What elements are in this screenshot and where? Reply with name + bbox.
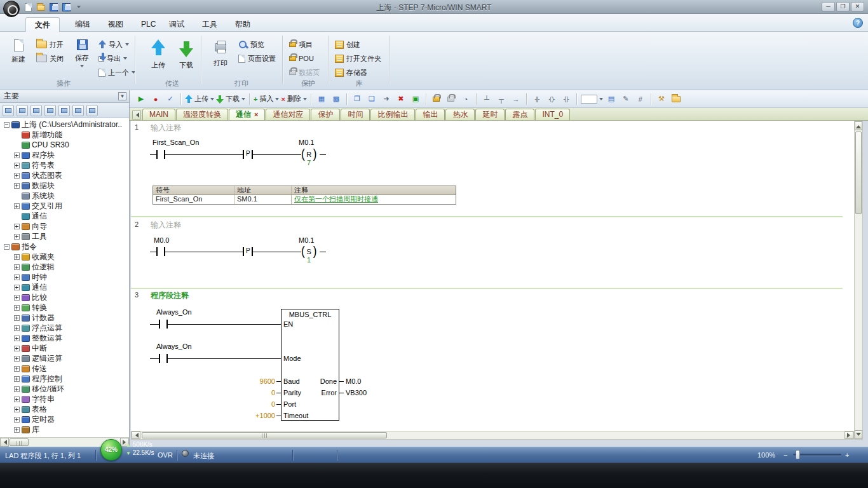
tree-item-logic-ops[interactable]: 逻辑运算: [0, 353, 129, 363]
tree-item-move[interactable]: 传送: [0, 363, 129, 374]
window-tile-icon[interactable]: ❏: [365, 93, 378, 105]
print-button[interactable]: 打印: [206, 36, 235, 78]
contact-symbol[interactable]: [156, 150, 158, 159]
expander-icon[interactable]: [14, 254, 20, 260]
input-value-port[interactable]: 0: [247, 400, 275, 408]
branch-up-icon[interactable]: ┴: [480, 93, 493, 105]
tree-item-project[interactable]: 上海 (C:\Users\Administrator..: [0, 119, 129, 130]
expander-icon[interactable]: [14, 152, 20, 158]
scroll-right-icon[interactable]: [844, 431, 853, 439]
output-operand-done[interactable]: M0.0: [346, 377, 361, 385]
symbol-info-icon[interactable]: #: [634, 93, 647, 105]
scrollbar-thumb[interactable]: [855, 132, 862, 214]
doc-tab-ratio-output[interactable]: 比例输出: [370, 109, 415, 120]
expander-icon[interactable]: [14, 356, 20, 362]
expander-icon[interactable]: [14, 407, 20, 412]
tree-item-instructions[interactable]: 指令: [0, 241, 129, 252]
new-button[interactable]: 新建: [4, 36, 33, 78]
doc-tab-temp-humidity[interactable]: 温湿度转换: [176, 109, 228, 120]
download-button[interactable]: 下载: [172, 36, 201, 78]
preview-button[interactable]: 预览: [236, 38, 266, 51]
delete-button[interactable]: ×删除: [281, 93, 306, 105]
tree-item-system-block[interactable]: 系统块: [0, 191, 129, 201]
table-icon[interactable]: ▤: [605, 93, 618, 105]
options-hammer-icon[interactable]: ⚒: [655, 93, 668, 105]
scroll-down-icon[interactable]: [855, 430, 862, 439]
zoom-in-icon[interactable]: +: [845, 451, 849, 459]
tree-item-counters[interactable]: 计数器: [0, 313, 129, 323]
pin-icon[interactable]: ▾: [118, 92, 126, 100]
expander-icon[interactable]: [14, 386, 20, 392]
expander-icon[interactable]: [14, 173, 20, 179]
contact-operand[interactable]: M0.0: [154, 236, 169, 244]
expander-icon[interactable]: [4, 244, 10, 250]
help-icon[interactable]: ?: [853, 18, 863, 28]
contact-operand[interactable]: Always_On: [156, 342, 192, 350]
previous-button[interactable]: 上一个: [97, 66, 137, 79]
tree-item-program-control[interactable]: 程序控制: [0, 374, 129, 384]
scrollbar-thumb[interactable]: [10, 438, 29, 446]
tree-item-communication[interactable]: 通信: [0, 211, 129, 221]
window-cascade-icon[interactable]: ❐: [351, 93, 363, 105]
tree-item-tools[interactable]: 工具: [0, 231, 129, 241]
doc-tab-protect[interactable]: 保护: [311, 109, 340, 120]
nav-system-icon[interactable]: [58, 105, 70, 116]
contact-symbol[interactable]: [159, 320, 160, 329]
expander-icon[interactable]: [14, 305, 20, 311]
tree-item-status-chart[interactable]: 状态图表: [0, 170, 129, 180]
protect-datapage-button[interactable]: 数据页: [287, 66, 322, 79]
browse-folder-icon[interactable]: [670, 93, 682, 105]
expander-icon[interactable]: [14, 295, 20, 301]
library-create-button[interactable]: 创建: [333, 38, 362, 51]
expander-icon[interactable]: [14, 203, 20, 209]
expander-icon[interactable]: [14, 163, 20, 168]
restore-button[interactable]: ❐: [836, 2, 850, 11]
tab-edit[interactable]: 编辑: [66, 17, 99, 32]
expander-icon[interactable]: [14, 336, 20, 341]
clock-icon[interactable]: ◔: [459, 93, 472, 105]
coil-count[interactable]: 1: [307, 256, 311, 264]
tree-item-shift-rotate[interactable]: 移位/循环: [0, 384, 129, 394]
nav-comm-icon[interactable]: [86, 105, 98, 116]
tab-debug[interactable]: 调试: [160, 17, 193, 32]
scroll-left-icon[interactable]: [0, 438, 9, 447]
p-contact-letter[interactable]: P: [245, 247, 251, 254]
doc-tab-output[interactable]: 输出: [416, 109, 445, 120]
p-contact-symbol[interactable]: [243, 247, 244, 256]
doc-tab-communication[interactable]: 通信×: [229, 109, 265, 120]
line-right-icon[interactable]: →: [510, 93, 522, 105]
input-value-parity[interactable]: 0: [247, 389, 275, 396]
tree-item-string[interactable]: 字符串: [0, 394, 129, 404]
tree-item-timers[interactable]: 定时器: [0, 414, 129, 424]
tree-item-integer-math[interactable]: 整数运算: [0, 333, 129, 343]
tree-item-wizard[interactable]: 向导: [0, 221, 129, 231]
app-logo-icon[interactable]: [3, 1, 20, 17]
download-toolbar-button[interactable]: 下载: [216, 93, 245, 105]
lock-icon[interactable]: [430, 93, 443, 105]
zoom-out-icon[interactable]: −: [783, 451, 787, 459]
tree-item-data-block[interactable]: 数据块: [0, 180, 129, 191]
tab-view[interactable]: 视图: [99, 17, 132, 32]
tree-item-program-block[interactable]: 程序块: [0, 150, 129, 160]
tree-item-cross-reference[interactable]: 交叉引用: [0, 201, 129, 211]
nav-data-icon[interactable]: [44, 105, 56, 116]
zoom-slider-thumb[interactable]: [796, 450, 800, 459]
contact-symbol[interactable]: [156, 247, 158, 256]
nav-status-icon[interactable]: [31, 105, 42, 116]
import-button[interactable]: 导入: [97, 38, 131, 51]
close-project-button[interactable]: 关闭: [34, 52, 65, 65]
compile-icon[interactable]: ✓: [164, 93, 177, 105]
nav-program-icon[interactable]: [3, 105, 14, 116]
expander-icon[interactable]: [14, 224, 20, 229]
expander-icon[interactable]: [14, 234, 20, 240]
close-button[interactable]: ✕: [851, 2, 864, 11]
doc-tab-int0[interactable]: INT_0: [535, 109, 570, 120]
apply-icon[interactable]: ▣: [409, 93, 422, 105]
expander-icon[interactable]: [4, 122, 10, 128]
insert-button[interactable]: +插入: [254, 93, 279, 105]
expander-icon[interactable]: [14, 346, 20, 351]
expander-icon[interactable]: [14, 325, 20, 331]
bookmark-next-icon[interactable]: ▩: [330, 93, 342, 105]
tree-item-libraries[interactable]: 库: [0, 424, 129, 435]
scrollbar-thumb[interactable]: [142, 432, 387, 438]
